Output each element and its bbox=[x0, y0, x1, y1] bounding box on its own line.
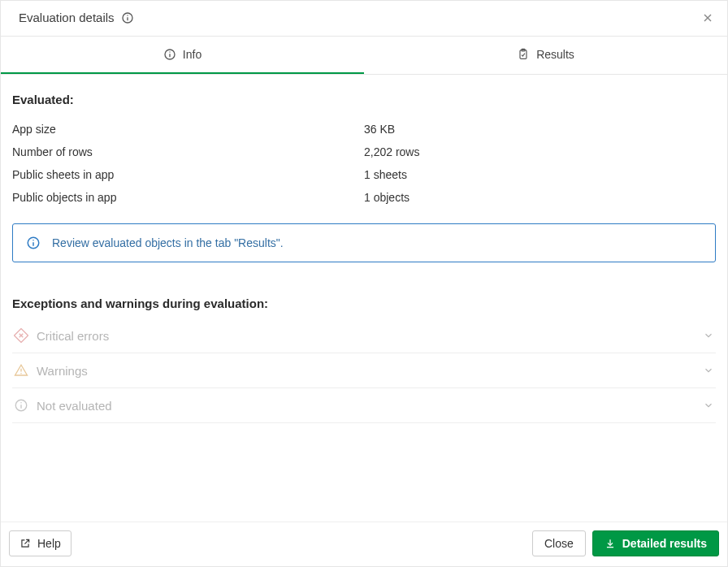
table-row: Public sheets in app 1 sheets bbox=[12, 163, 716, 186]
clipboard-check-icon bbox=[517, 48, 530, 61]
modal-header: Evaluation details bbox=[1, 1, 727, 37]
evaluated-heading: Evaluated: bbox=[12, 93, 716, 106]
row-value: 1 objects bbox=[364, 191, 716, 204]
tab-info[interactable]: Info bbox=[1, 37, 364, 74]
row-value: 2,202 rows bbox=[364, 145, 716, 158]
svg-point-18 bbox=[20, 373, 22, 374]
help-button[interactable]: Help bbox=[9, 530, 72, 556]
tabs: Info Results bbox=[1, 37, 727, 75]
svg-point-21 bbox=[20, 402, 22, 404]
table-row: Public objects in app 1 objects bbox=[12, 186, 716, 209]
help-label: Help bbox=[37, 537, 61, 550]
accordion-label: Critical errors bbox=[37, 329, 109, 343]
critical-error-icon bbox=[14, 328, 28, 343]
close-label: Close bbox=[544, 537, 574, 550]
chevron-down-icon bbox=[703, 330, 714, 341]
exceptions-accordion: Critical errors Warnings bbox=[12, 318, 716, 423]
chevron-down-icon bbox=[703, 365, 714, 376]
modal-title: Evaluation details bbox=[19, 11, 115, 24]
table-row: App size 36 KB bbox=[12, 118, 716, 141]
detailed-results-label: Detailed results bbox=[622, 537, 707, 550]
tab-results-label: Results bbox=[536, 48, 574, 61]
svg-point-7 bbox=[169, 51, 170, 52]
table-row: Number of rows 2,202 rows bbox=[12, 141, 716, 163]
svg-point-2 bbox=[127, 15, 128, 15]
modal-footer: Help Close Detailed results bbox=[1, 522, 727, 566]
modal-body: Evaluated: App size 36 KB Number of rows… bbox=[1, 75, 727, 522]
accordion-item-warnings[interactable]: Warnings bbox=[12, 353, 716, 388]
row-label: App size bbox=[12, 123, 364, 136]
info-icon[interactable] bbox=[121, 11, 134, 24]
row-label: Public sheets in app bbox=[12, 168, 364, 181]
tab-results[interactable]: Results bbox=[364, 37, 727, 74]
accordion-item-critical-errors[interactable]: Critical errors bbox=[12, 318, 716, 353]
close-icon[interactable] bbox=[701, 11, 714, 24]
warning-icon bbox=[14, 363, 28, 378]
info-icon bbox=[26, 236, 41, 250]
evaluated-table: App size 36 KB Number of rows 2,202 rows… bbox=[12, 118, 716, 209]
row-label: Number of rows bbox=[12, 145, 364, 158]
chevron-down-icon bbox=[703, 400, 714, 411]
row-value: 36 KB bbox=[364, 123, 716, 136]
exceptions-heading: Exceptions and warnings during evaluatio… bbox=[12, 296, 716, 310]
close-button[interactable]: Close bbox=[532, 530, 586, 556]
row-value: 1 sheets bbox=[364, 168, 716, 181]
info-outline-icon bbox=[14, 398, 28, 413]
alert-text: Review evaluated objects in the tab "Res… bbox=[52, 236, 284, 249]
info-circle-icon bbox=[163, 48, 176, 61]
info-alert: Review evaluated objects in the tab "Res… bbox=[12, 223, 716, 262]
svg-line-22 bbox=[24, 539, 28, 543]
evaluation-details-modal: Evaluation details Info bbox=[0, 0, 728, 567]
accordion-item-not-evaluated[interactable]: Not evaluated bbox=[12, 388, 716, 423]
download-icon bbox=[604, 538, 616, 549]
accordion-label: Not evaluated bbox=[37, 399, 112, 413]
external-link-icon bbox=[20, 538, 31, 549]
accordion-label: Warnings bbox=[37, 364, 88, 378]
tab-info-label: Info bbox=[183, 48, 202, 61]
row-label: Public objects in app bbox=[12, 191, 364, 204]
svg-point-12 bbox=[32, 240, 34, 241]
detailed-results-button[interactable]: Detailed results bbox=[592, 530, 719, 556]
